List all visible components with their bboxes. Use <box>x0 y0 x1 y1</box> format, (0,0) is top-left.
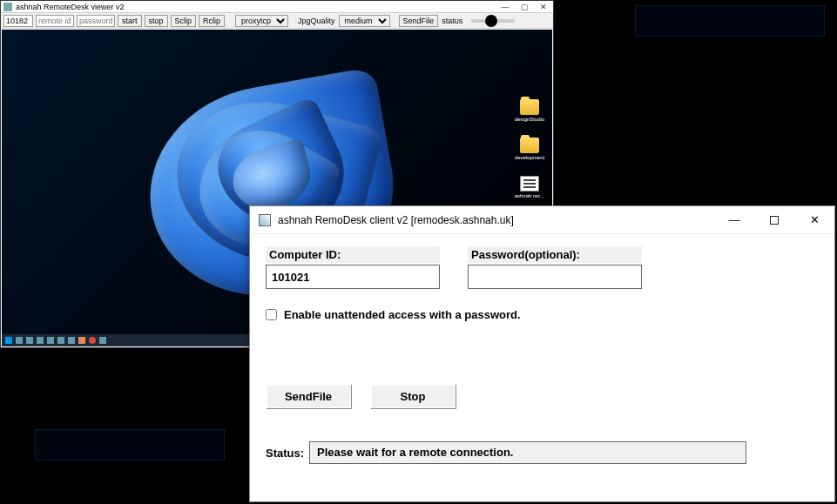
taskbar-icon[interactable] <box>26 337 33 344</box>
unattended-access-label: Enable unattended access with a password… <box>284 308 521 321</box>
desktop-icon-folder[interactable]: development <box>514 138 545 160</box>
viewer-id-input[interactable] <box>3 15 33 27</box>
stop-button[interactable]: Stop <box>370 384 456 408</box>
viewer-jpg-label: JpgQuality <box>297 17 336 25</box>
viewer-app-icon <box>3 3 12 11</box>
client-window: ashnah RemoDesk client v2 [remodesk.ashn… <box>249 205 835 502</box>
taskbar-icon[interactable] <box>16 337 23 344</box>
taskbar-icon[interactable] <box>37 337 44 344</box>
taskbar-icon[interactable] <box>57 337 64 344</box>
taskbar-icon[interactable] <box>78 337 85 344</box>
taskbar-icon[interactable] <box>99 337 106 344</box>
maximize-icon <box>770 216 779 225</box>
status-value: Please wait for a remote connection. <box>309 441 746 464</box>
viewer-stop-button[interactable]: stop <box>145 15 168 27</box>
client-titlebar: ashnah RemoDesk client v2 [remodesk.ashn… <box>250 206 834 234</box>
password-label: Password(optional): <box>468 246 642 263</box>
taskbar-icon[interactable] <box>68 337 75 344</box>
desktop-icon-app[interactable]: ashnah rec... <box>514 176 545 198</box>
password-input[interactable] <box>468 265 642 289</box>
folder-icon <box>520 138 539 153</box>
sendfile-button[interactable]: SendFile <box>266 384 351 408</box>
viewer-sendfile-button[interactable]: SendFile <box>399 15 439 27</box>
viewer-rclip-button[interactable]: Rclip <box>199 15 225 27</box>
viewer-sclip-button[interactable]: Sclip <box>171 15 197 27</box>
computer-id-label: Computer ID: <box>266 246 440 263</box>
computer-id-input[interactable] <box>266 265 440 289</box>
viewer-toolbar: start stop Sclip Rclip proxytcp JpgQuali… <box>1 13 553 29</box>
taskbar-icon[interactable] <box>89 337 96 344</box>
viewer-maximize-icon[interactable]: ▢ <box>515 1 534 13</box>
viewer-proxy-select[interactable]: proxytcp <box>235 15 288 27</box>
viewer-title: ashnah RemoteDesk viewer v2 <box>16 3 125 11</box>
client-title: ashnah RemoDesk client v2 [remodesk.ashn… <box>278 214 514 226</box>
viewer-status-label: status <box>441 17 463 25</box>
client-minimize-button[interactable]: — <box>714 206 754 233</box>
client-close-button[interactable]: ✕ <box>794 206 834 233</box>
viewer-password-input[interactable] <box>77 15 115 27</box>
client-body: Computer ID: Password(optional): Enable … <box>250 234 834 476</box>
client-maximize-button[interactable] <box>754 206 794 233</box>
app-icon <box>520 176 539 192</box>
status-label: Status: <box>266 447 304 460</box>
folder-icon <box>520 99 539 115</box>
viewer-close-icon[interactable]: ✕ <box>534 1 553 13</box>
desktop-icon-folder[interactable]: designStudio <box>514 99 545 122</box>
unattended-access-checkbox[interactable] <box>266 309 277 320</box>
viewer-titlebar: ashnah RemoteDesk viewer v2 — ▢ ✕ <box>1 1 553 13</box>
viewer-quality-select[interactable]: medium <box>339 15 390 27</box>
viewer-minimize-icon[interactable]: — <box>496 1 515 13</box>
viewer-start-button[interactable]: start <box>118 15 142 27</box>
start-icon[interactable] <box>5 337 12 344</box>
viewer-remote-id-input[interactable] <box>36 15 74 27</box>
background-dark-button-2 <box>35 429 225 460</box>
background-dark-button-1 <box>635 5 825 37</box>
viewer-slider-thumb[interactable] <box>485 15 497 27</box>
taskbar-icon[interactable] <box>47 337 54 344</box>
client-app-icon <box>259 214 271 226</box>
viewer-slider[interactable] <box>471 19 515 23</box>
